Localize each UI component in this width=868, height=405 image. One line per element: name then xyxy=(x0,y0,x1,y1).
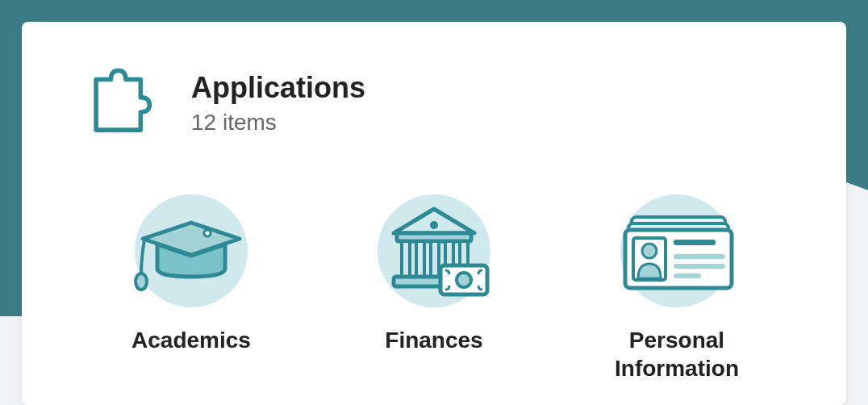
svg-point-1 xyxy=(136,273,147,290)
card-header: Applications 12 items xyxy=(78,66,790,140)
finances-icon-wrap xyxy=(369,190,499,311)
svg-rect-6 xyxy=(431,241,439,277)
svg-point-11 xyxy=(457,273,471,287)
svg-point-16 xyxy=(642,244,657,258)
svg-point-2 xyxy=(430,221,438,229)
svg-rect-17 xyxy=(674,240,716,245)
item-count: 12 items xyxy=(191,110,365,136)
tiles-row: Academics xyxy=(78,190,790,382)
svg-point-0 xyxy=(204,230,211,236)
tile-label: Academics xyxy=(131,326,251,354)
academics-icon-wrap xyxy=(127,190,256,311)
personal-info-icon-wrap xyxy=(612,190,741,311)
applications-card: Applications 12 items xyxy=(22,22,846,405)
svg-rect-19 xyxy=(674,264,725,269)
puzzle-piece-icon xyxy=(78,66,152,140)
svg-rect-20 xyxy=(674,273,701,278)
svg-rect-4 xyxy=(402,241,410,277)
tile-personal-information[interactable]: Personal Information xyxy=(580,190,774,382)
tile-finances[interactable]: Finances xyxy=(337,190,531,382)
page-title: Applications xyxy=(191,71,365,105)
bank-icon xyxy=(369,194,499,307)
svg-rect-5 xyxy=(416,241,424,277)
svg-rect-18 xyxy=(674,254,725,259)
header-text: Applications 12 items xyxy=(191,71,365,136)
tile-academics[interactable]: Academics xyxy=(94,190,288,382)
tile-label: Personal Information xyxy=(580,326,774,382)
id-card-icon xyxy=(612,194,741,307)
tile-label: Finances xyxy=(385,326,482,354)
graduation-cap-icon xyxy=(127,194,256,307)
